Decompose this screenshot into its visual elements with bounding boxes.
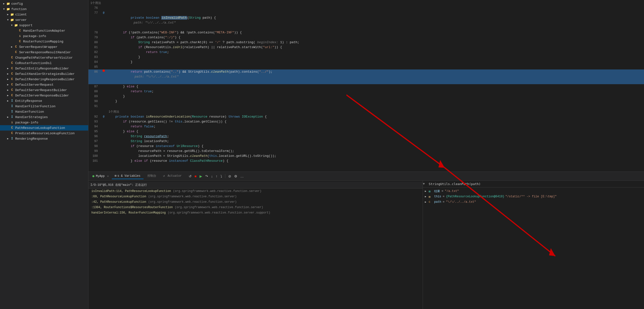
debug-content: I/O-10"@5,916 在组"main": 正在运行 isInvalidPa… <box>88 181 644 309</box>
var-row-path[interactable]: ▶ C path = "\/\/../../a.txt" <box>423 199 644 205</box>
eval-input[interactable] <box>427 182 644 186</box>
sidebar-item-DefaultHandlerStrategiesBuilder[interactable]: ▶ C DefaultHandlerStrategiesBuilder <box>0 71 88 77</box>
sidebar-item-HandlerFunction[interactable]: I HandlerFunction <box>0 109 88 114</box>
interface-icon: I <box>10 99 14 103</box>
editor-hint-2: 1个用法 <box>107 109 644 114</box>
chevron-right-icon: ▶ <box>6 89 10 91</box>
var-equals: = <box>443 195 444 198</box>
sidebar-item-RouterFunctionMapping[interactable]: C RouterFunctionMapping <box>0 39 88 44</box>
debug-status-bar: I/O-10"@5,916 在组"main": 正在运行 <box>88 182 422 189</box>
stack-item-5[interactable]: handlerInternal:156, RouterFunctionMappi… <box>88 210 422 216</box>
sidebar-item-DefaultServerResponseBuilder[interactable]: ▶ C DefaultServerResponseBuilder <box>0 93 88 98</box>
class-icon: C <box>10 56 14 59</box>
sidebar-item-package-info2[interactable]: i package-info <box>0 120 88 125</box>
sidebar-item-CoRouterFunctionDsl[interactable]: C CoRouterFunctionDsl <box>0 60 88 66</box>
sidebar-item-ServerRequestWrapper[interactable]: ▶ C ServerRequestWrapper <box>0 44 88 49</box>
chevron-right-icon: ▶ <box>6 78 10 81</box>
sidebar-item-client[interactable]: ▶ 📁 client <box>0 12 88 17</box>
info-icon: i <box>10 121 14 124</box>
sidebar-item-ChangePathPatternParserVisitor[interactable]: C ChangePathPatternParserVisitor <box>0 55 88 60</box>
chevron-right-icon: ▶ <box>6 83 10 86</box>
var-row-result[interactable]: ▶ ▤ 结果 = "/a.txt" <box>423 189 644 194</box>
var-row-this[interactable]: ▶ ▤ this = {PathResourceLookupFunction@6… <box>423 194 644 199</box>
breakpoint-indicator <box>102 69 105 72</box>
sidebar-item-HandlerStrategies[interactable]: ▶ I HandlerStrategies <box>0 114 88 120</box>
settings-button[interactable]: ⚙ <box>233 174 238 179</box>
sidebar-item-HandlerFilterFunction[interactable]: I HandlerFilterFunction <box>0 104 88 109</box>
code-editor[interactable]: 76 77 @ private boolean isInvalidPath(St… <box>88 6 644 172</box>
run-to-cursor-button[interactable]: ⤵ <box>220 174 223 179</box>
code-line-96: 96 String resourcePath; <box>88 134 644 139</box>
sidebar-item-PredicateResourceLookupFunction[interactable]: C PredicateResourceLookupFunction <box>0 131 88 136</box>
chevron-down-icon: ▼ <box>6 19 10 21</box>
stack-detail: (org.springframework.web.reactive.functi… <box>173 190 262 193</box>
stack-item-2[interactable]: :69, PathResourceLookupFunction (org.spr… <box>88 194 422 199</box>
sidebar-item-HandlerFunctionAdapter[interactable]: C HandlerFunctionAdapter <box>0 28 88 33</box>
sidebar-item-label: ChangePathPatternParserVisitor <box>15 56 73 60</box>
more-button[interactable]: … <box>239 174 245 179</box>
sidebar-item-label: DefaultHandlerStrategiesBuilder <box>15 72 75 76</box>
mute-button[interactable]: ⊘ <box>227 174 232 179</box>
sidebar-item-RenderingResponse[interactable]: ▶ I RenderingResponse <box>0 136 88 141</box>
sidebar-item-function[interactable]: ▼ 📁 function <box>0 6 88 12</box>
tab-console[interactable]: 控制台 <box>144 173 159 179</box>
sidebar-item-package-info[interactable]: i package-info <box>0 33 88 39</box>
stack-detail: (org.springframework.web.reactive.functi… <box>175 206 263 209</box>
code-line-93: 93 if (resource.getClass() != this.locat… <box>88 119 644 124</box>
code-line-79: 79 if (path.contains(":/)") { <box>88 35 644 40</box>
sidebar-item-DefaultServerRequest[interactable]: ▶ C DefaultServerRequest <box>0 82 88 87</box>
sidebar-item-PathResourceLookupFunction[interactable]: C PathResourceLookupFunction <box>0 125 88 131</box>
stack-item-3[interactable]: :42, PathResourceLookupFunction (org.spr… <box>88 199 422 205</box>
sidebar-item-DefaultRenderingResponseBuilder[interactable]: ▶ C DefaultRenderingResponseBuilder <box>0 77 88 82</box>
sidebar-item-label: client <box>15 13 27 16</box>
folder-icon: 📁 <box>10 13 14 16</box>
toolbar-separator <box>225 174 225 178</box>
status-text: I/O-10"@5,916 在组"main": 正在运行 <box>90 183 421 187</box>
filter-icon[interactable]: ▼ <box>423 182 425 186</box>
stack-item-1[interactable]: isInvalidPath:114, PathResourceLookupFun… <box>88 189 422 194</box>
tab-variables[interactable]: ⊞s & Variables <box>112 173 144 179</box>
debug-variables-list: ▶ ▤ 结果 = "/a.txt" ▶ ▤ this = <box>423 188 644 309</box>
sidebar-item-label: DefaultRenderingResponseBuilder <box>15 77 75 81</box>
folder-icon: 📁 <box>6 7 10 11</box>
sidebar-item-label: DefaultServerResponseBuilder <box>15 94 69 97</box>
tab-actuator[interactable]: ↺ Actuator <box>160 173 185 179</box>
sidebar-item-config[interactable]: ▶ 📁 config <box>0 1 88 6</box>
sidebar-item-DefaultServerRequestBuilder[interactable]: ▶ C DefaultServerRequestBuilder <box>0 87 88 93</box>
sidebar-item-label: DefaultServerRequest <box>15 83 54 87</box>
step-into-button[interactable]: ↓ <box>210 174 214 179</box>
sidebar-item-server[interactable]: ▼ 📁 server <box>0 17 88 22</box>
sidebar-item-label: HandlerFunction <box>15 110 44 114</box>
sidebar-item-label: ServerRequestWrapper <box>19 45 58 49</box>
sidebar-item-EntityResponse[interactable]: ▶ I EntityResponse <box>0 98 88 104</box>
stack-trace-panel: I/O-10"@5,916 在组"main": 正在运行 isInvalidPa… <box>88 181 423 309</box>
class-icon: C <box>10 72 14 76</box>
class-icon: C <box>10 132 14 135</box>
sidebar-item-label: HandlerStrategies <box>15 115 48 119</box>
sidebar-item-support[interactable]: ▼ 📁 support <box>0 22 88 28</box>
var-equals: = <box>443 200 444 204</box>
sidebar-item-label: ServerResponseResultHandler <box>19 50 71 54</box>
var-equals: = <box>442 190 443 193</box>
code-line-78: 78 if (!path.contains("WEB-INF") && !pat… <box>88 30 644 35</box>
close-button[interactable]: ✕ <box>107 175 109 178</box>
var-value: "\/\/../../a.txt" <box>446 200 476 204</box>
restart-button[interactable]: ↺ <box>188 174 193 179</box>
step-over-button[interactable]: ↷ <box>204 174 209 179</box>
code-line-90: 90 } <box>88 99 644 104</box>
stack-item-4[interactable]: :1304, RouterFunctions$ResourcesRouterFu… <box>88 205 422 210</box>
var-value-str: "/static/** -> file [E:\tmp]" <box>506 195 557 198</box>
expand-arrow: ▶ <box>425 195 429 198</box>
step-out-button[interactable]: ↑ <box>215 174 218 179</box>
app-name: MyApp <box>96 175 105 178</box>
resume-button[interactable]: ▶ <box>198 174 203 179</box>
stop-button[interactable]: ■ <box>194 174 198 179</box>
chevron-down-icon: ▼ <box>2 8 6 10</box>
debug-tabs: MyApp ✕ ⊞s & Variables 控制台 ↺ Actuator ↺ … <box>88 172 644 181</box>
sidebar-item-ServerResponseResultHandler[interactable]: C ServerResponseResultHandler <box>0 49 88 55</box>
code-line-97: 97 String locationPath; <box>88 139 644 144</box>
class-icon: C <box>10 94 14 97</box>
class-icon: C <box>10 88 14 92</box>
sidebar-item-DefaultEntityResponseBuilder[interactable]: ▶ C DefaultEntityResponseBuilder <box>0 66 88 71</box>
stack-detail: (org.springframework.web.reactive.functi… <box>148 195 236 198</box>
